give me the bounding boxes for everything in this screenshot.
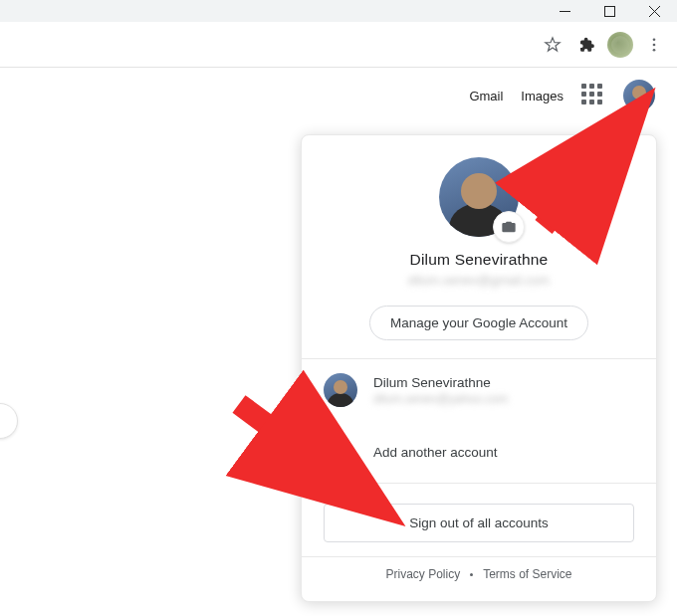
images-link[interactable]: Images: [521, 89, 564, 103]
other-account-row[interactable]: Dilum Senevirathne dilum.senev@yahoo.com: [302, 359, 656, 421]
chrome-profile-button[interactable]: [605, 30, 635, 60]
svg-rect-1: [605, 6, 615, 16]
other-account-email: dilum.senev@yahoo.com: [373, 392, 508, 406]
account-primary-section: Dilum Senevirathne dilum.senev@gmail.com…: [302, 135, 656, 358]
dot-separator: [470, 573, 473, 576]
person-add-icon: [324, 435, 357, 469]
gmail-link[interactable]: Gmail: [469, 89, 503, 103]
account-footer: Privacy Policy Terms of Service: [302, 557, 656, 595]
svg-point-7: [653, 48, 656, 51]
svg-point-6: [653, 43, 656, 46]
privacy-policy-link[interactable]: Privacy Policy: [385, 567, 460, 581]
kebab-menu-icon[interactable]: [639, 30, 669, 60]
primary-account-email: dilum.senev@gmail.com: [408, 273, 550, 288]
camera-icon: [501, 219, 517, 235]
svg-point-5: [653, 38, 656, 41]
other-account-avatar: [324, 373, 357, 407]
manage-account-button[interactable]: Manage your Google Account: [369, 306, 588, 340]
add-account-row[interactable]: Add another account: [302, 421, 656, 483]
window-minimize-button[interactable]: [543, 0, 587, 22]
primary-account-name: Dilum Senevirathne: [410, 251, 549, 269]
terms-of-service-link[interactable]: Terms of Service: [483, 567, 571, 581]
window-maximize-button[interactable]: [587, 0, 632, 22]
google-header: Gmail Images: [0, 68, 677, 123]
browser-toolbar: [0, 22, 677, 68]
svg-point-8: [335, 445, 340, 451]
change-photo-button[interactable]: [493, 211, 525, 243]
window-close-button[interactable]: [632, 0, 677, 22]
window-titlebar: [0, 0, 677, 22]
add-account-label: Add another account: [373, 445, 498, 460]
extensions-icon[interactable]: [571, 30, 601, 60]
account-avatar-button[interactable]: [623, 80, 655, 111]
svg-marker-4: [546, 37, 560, 50]
sign-out-all-button[interactable]: Sign out of all accounts: [324, 504, 634, 542]
google-apps-icon[interactable]: [581, 84, 605, 107]
other-account-name: Dilum Senevirathne: [373, 375, 508, 390]
account-menu-popup: Dilum Senevirathne dilum.senev@gmail.com…: [301, 134, 657, 602]
quick-access-handle[interactable]: [0, 403, 18, 439]
bookmark-star-icon[interactable]: [538, 30, 567, 60]
